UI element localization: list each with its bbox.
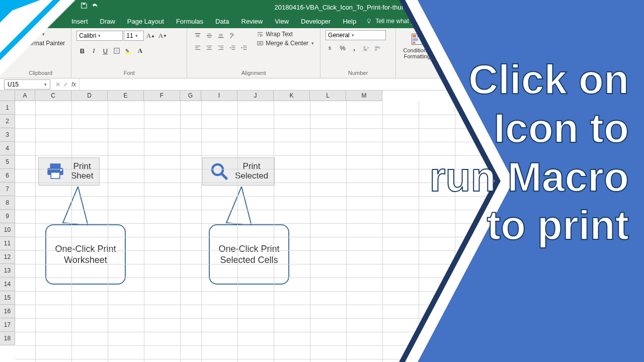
fill-color-button[interactable] (123, 45, 134, 56)
svg-text:ab: ab (230, 32, 233, 35)
column-header[interactable]: C (35, 90, 71, 101)
accounting-format-icon[interactable]: $ (326, 42, 337, 53)
column-header[interactable]: J (237, 90, 274, 101)
svg-rect-50 (50, 163, 61, 168)
row-header[interactable]: 6 (0, 169, 15, 183)
row-header[interactable]: 15 (0, 291, 15, 305)
row-header[interactable]: 2 (0, 115, 15, 128)
row-header[interactable]: 16 (0, 305, 15, 318)
callout-print-worksheet: One-Click Print Worksheet (45, 224, 126, 285)
print-selected-macro-button[interactable]: PrintSelected (202, 157, 275, 186)
align-bottom-icon[interactable] (215, 30, 226, 41)
font-name-combo[interactable]: Calibri▾ (76, 31, 123, 41)
bold-button[interactable]: B (76, 45, 88, 56)
align-center-icon[interactable] (204, 42, 215, 53)
row-header[interactable]: 1 (0, 101, 15, 115)
row-header[interactable]: 10 (0, 223, 15, 237)
print-sheet-macro-button[interactable]: PrintSheet (38, 157, 100, 186)
paintbrush-icon (16, 40, 23, 47)
row-header[interactable]: 14 (0, 278, 15, 291)
row-header[interactable]: 5 (0, 155, 15, 169)
increase-indent-icon[interactable] (238, 42, 250, 53)
tab-page-layout[interactable]: Page Layout (121, 14, 170, 28)
group-clipboard: Copy▾ Format Painter Clipboard (10, 28, 71, 78)
undo-icon[interactable] (92, 2, 99, 11)
overlay-line: Click on (430, 55, 629, 104)
align-left-icon[interactable] (192, 42, 203, 53)
column-header[interactable]: I (201, 90, 237, 101)
row-header[interactable]: 12 (0, 250, 15, 264)
row-header[interactable]: 8 (0, 196, 15, 210)
fx-icon[interactable]: fx (71, 81, 76, 88)
column-header[interactable]: A (15, 90, 35, 101)
merge-center-button[interactable]: Merge & Center▾ (256, 39, 315, 47)
overlay-line: Icon to (430, 104, 629, 153)
thumbnail-overlay: Click on Icon to run Macro to print (345, 0, 644, 362)
row-header[interactable]: 7 (0, 183, 15, 196)
column-header[interactable]: E (108, 90, 144, 101)
merge-icon (257, 40, 264, 47)
svg-rect-0 (83, 4, 85, 5)
align-middle-icon[interactable] (204, 30, 215, 41)
font-size-combo[interactable]: 11▾ (124, 31, 144, 41)
row-header[interactable]: 9 (0, 210, 15, 223)
border-button[interactable] (111, 45, 122, 56)
column-header[interactable]: L (310, 90, 346, 101)
font-color-button[interactable]: A (134, 45, 145, 56)
column-header[interactable]: F (144, 90, 180, 101)
svg-rect-52 (51, 172, 60, 178)
svg-line-55 (221, 173, 226, 178)
wrap-icon (257, 31, 264, 38)
svg-point-53 (60, 169, 62, 171)
italic-button[interactable]: I (88, 45, 99, 56)
overlay-line: to print (430, 201, 629, 250)
row-header[interactable]: 11 (0, 237, 15, 250)
cancel-icon[interactable]: ✕ (55, 81, 60, 88)
tab-draw[interactable]: Draw (94, 14, 121, 28)
row-header[interactable]: 18 (0, 332, 15, 345)
wrap-text-button[interactable]: Wrap Text (256, 30, 315, 38)
select-all-corner[interactable] (0, 90, 15, 101)
group-font: Calibri▾ 11▾ A▲ A▼ B I U A Font (71, 28, 187, 78)
tab-developer[interactable]: Developer (295, 14, 337, 28)
tab-data[interactable]: Data (209, 14, 235, 28)
save-icon[interactable] (80, 2, 88, 11)
align-top-icon[interactable] (192, 30, 203, 41)
row-header[interactable]: 4 (0, 142, 15, 155)
underline-button[interactable]: U (100, 45, 111, 56)
column-header[interactable]: G (180, 90, 201, 101)
enter-icon[interactable]: ✓ (63, 81, 68, 88)
row-header[interactable]: 13 (0, 264, 15, 278)
magnifier-icon (209, 161, 230, 182)
svg-rect-7 (126, 53, 131, 54)
decrease-font-icon[interactable]: A▼ (157, 30, 168, 41)
copy-button[interactable]: Copy▾ (15, 30, 66, 38)
tab-review[interactable]: Review (235, 14, 269, 28)
overlay-line: run Macro (430, 153, 629, 202)
format-painter-button[interactable]: Format Painter (15, 39, 66, 47)
group-label-alignment: Alignment (192, 70, 315, 77)
callout-print-selected: One-Click Print Selected Cells (209, 224, 289, 285)
svg-text:$: $ (329, 45, 332, 51)
copy-icon (16, 31, 23, 38)
orientation-icon[interactable]: ab (227, 30, 238, 41)
group-label-font: Font (76, 70, 182, 77)
printer-icon (45, 161, 66, 182)
increase-font-icon[interactable]: A▲ (145, 30, 156, 41)
name-box[interactable]: U15▾ (4, 79, 50, 89)
row-header[interactable]: 3 (0, 128, 15, 142)
column-header[interactable]: D (71, 90, 108, 101)
decrease-indent-icon[interactable] (227, 42, 238, 53)
tab-view[interactable]: View (269, 14, 295, 28)
tab-insert[interactable]: Insert (65, 14, 94, 28)
column-header[interactable]: K (274, 90, 310, 101)
align-right-icon[interactable] (215, 42, 226, 53)
group-alignment: ab Wrap Text Merge & Center▾ (187, 28, 320, 78)
tab-formulas[interactable]: Formulas (170, 14, 209, 28)
group-label-clipboard: Clipboard (15, 70, 66, 77)
row-header[interactable]: 17 (0, 318, 15, 332)
